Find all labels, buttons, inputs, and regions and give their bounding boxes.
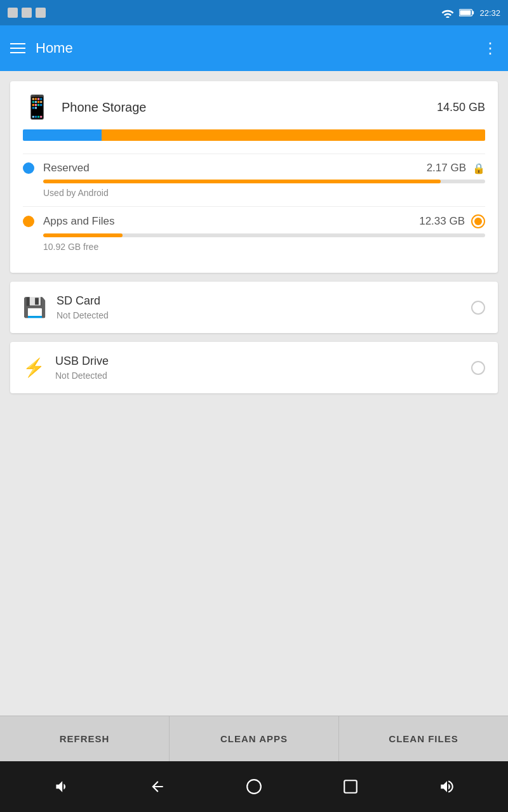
svg-rect-4 bbox=[344, 780, 357, 793]
apps-files-radio[interactable] bbox=[471, 214, 485, 228]
wifi-icon bbox=[441, 8, 454, 18]
storage-header: 📱 Phone Storage 14.50 GB bbox=[23, 94, 485, 121]
clean-apps-button[interactable]: CLEAN APPS bbox=[170, 716, 339, 761]
reserved-size: 2.17 GB bbox=[427, 162, 466, 174]
volume-up-icon bbox=[439, 778, 455, 795]
bottom-buttons: REFRESH CLEAN APPS CLEAN FILES bbox=[0, 716, 508, 761]
storage-title: Phone Storage bbox=[62, 100, 146, 115]
home-icon bbox=[246, 778, 262, 795]
reserved-bar-bg bbox=[43, 180, 485, 183]
hamburger-menu[interactable] bbox=[10, 43, 25, 53]
time-display: 22:32 bbox=[479, 8, 500, 18]
reserved-header: Reserved 2.17 GB 🔒 bbox=[23, 162, 485, 174]
home-button[interactable] bbox=[246, 778, 262, 795]
sd-card-status: Not Detected bbox=[57, 310, 109, 320]
usb-drive-card: ⚡ USB Drive Not Detected bbox=[10, 342, 498, 393]
reserved-bar-fill bbox=[43, 180, 441, 183]
status-bar-right: 22:32 bbox=[441, 8, 500, 18]
back-button[interactable] bbox=[149, 778, 166, 795]
reserved-dot bbox=[23, 162, 34, 174]
reserved-label: Reserved bbox=[43, 162, 90, 174]
usb-drive-radio[interactable] bbox=[471, 361, 485, 375]
storage-progress-bar bbox=[23, 129, 485, 141]
notification-icon-2 bbox=[22, 8, 32, 18]
apps-files-header: Apps and Files 12.33 GB bbox=[23, 214, 485, 228]
apps-files-label: Apps and Files bbox=[43, 215, 114, 228]
clean-files-button[interactable]: CLEAN FILES bbox=[339, 716, 508, 761]
back-icon bbox=[149, 778, 166, 795]
sd-card-title: SD Card bbox=[57, 294, 109, 308]
apps-files-dot bbox=[23, 216, 34, 227]
storage-total-size: 14.50 GB bbox=[437, 101, 485, 114]
phone-icon: 📱 bbox=[23, 94, 51, 121]
progress-orange-segment bbox=[102, 129, 485, 141]
sd-card-info: SD Card Not Detected bbox=[57, 294, 109, 320]
apps-files-sub-label: 10.92 GB free bbox=[43, 242, 98, 252]
apps-files-size: 12.33 GB bbox=[419, 215, 465, 228]
phone-storage-card: 📱 Phone Storage 14.50 GB Reserved 2.17 G… bbox=[10, 81, 498, 273]
recents-button[interactable] bbox=[342, 778, 359, 795]
usb-drive-inner: ⚡ USB Drive Not Detected bbox=[23, 355, 485, 381]
sd-card-icon: 💾 bbox=[23, 296, 46, 318]
battery-icon bbox=[459, 8, 474, 18]
svg-point-3 bbox=[247, 780, 261, 794]
sd-card-card: 💾 SD Card Not Detected bbox=[10, 282, 498, 333]
reserved-section: Reserved 2.17 GB 🔒 Used by Android bbox=[23, 154, 485, 206]
apps-files-section: Apps and Files 12.33 GB 10.92 GB free bbox=[23, 206, 485, 260]
reserved-sub-label: Used by Android bbox=[43, 188, 109, 198]
apps-files-bar-bg bbox=[43, 233, 485, 237]
progress-blue-segment bbox=[23, 129, 102, 141]
notification-icons bbox=[8, 8, 46, 18]
usb-drive-status: Not Detected bbox=[55, 370, 109, 381]
refresh-button[interactable]: REFRESH bbox=[0, 716, 170, 761]
main-content: 📱 Phone Storage 14.50 GB Reserved 2.17 G… bbox=[0, 71, 508, 403]
sd-card-inner: 💾 SD Card Not Detected bbox=[23, 294, 485, 320]
usb-drive-title: USB Drive bbox=[55, 355, 109, 368]
app-title: Home bbox=[36, 40, 73, 56]
app-bar: Home ⋮ bbox=[0, 25, 508, 71]
volume-down-icon bbox=[53, 778, 69, 795]
recents-icon bbox=[342, 778, 359, 795]
usb-drive-icon: ⚡ bbox=[23, 357, 45, 378]
lock-icon: 🔒 bbox=[472, 162, 485, 174]
notification-icon-3 bbox=[36, 8, 46, 18]
status-bar: 22:32 bbox=[0, 0, 508, 25]
notification-icon-1 bbox=[8, 8, 18, 18]
svg-rect-2 bbox=[460, 10, 471, 15]
svg-rect-1 bbox=[472, 11, 474, 14]
apps-files-bar-fill bbox=[43, 233, 123, 237]
reserved-bar-wrapper: Used by Android bbox=[43, 180, 485, 199]
usb-drive-info: USB Drive Not Detected bbox=[55, 355, 109, 381]
apps-files-bar-wrapper: 10.92 GB free bbox=[43, 233, 485, 252]
nav-bar bbox=[0, 761, 508, 812]
volume-down-button[interactable] bbox=[53, 778, 69, 795]
sd-card-radio[interactable] bbox=[471, 301, 485, 315]
more-options-button[interactable]: ⋮ bbox=[483, 39, 498, 57]
volume-up-button[interactable] bbox=[439, 778, 455, 795]
